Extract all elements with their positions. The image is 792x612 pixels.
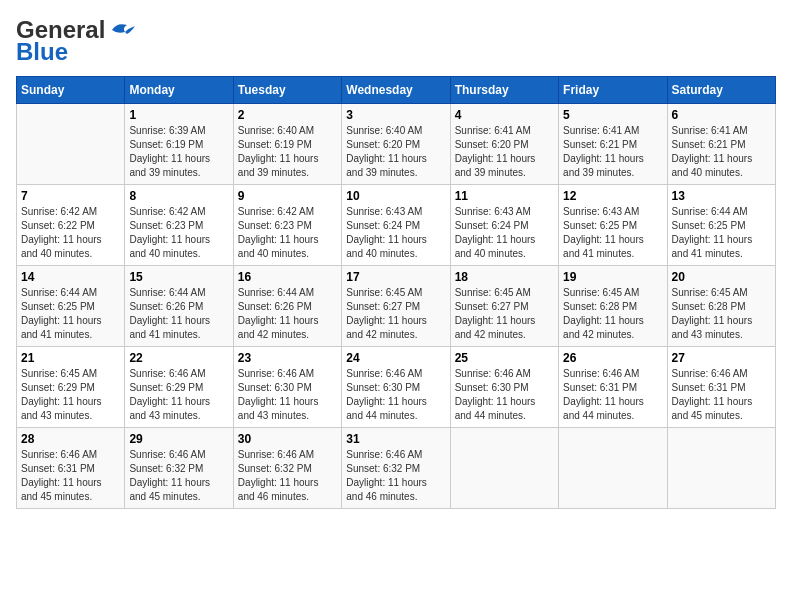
calendar-cell: 2Sunrise: 6:40 AM Sunset: 6:19 PM Daylig… — [233, 104, 341, 185]
col-sunday: Sunday — [17, 77, 125, 104]
calendar-cell: 27Sunrise: 6:46 AM Sunset: 6:31 PM Dayli… — [667, 347, 775, 428]
calendar-cell: 24Sunrise: 6:46 AM Sunset: 6:30 PM Dayli… — [342, 347, 450, 428]
day-info: Sunrise: 6:44 AM Sunset: 6:26 PM Dayligh… — [129, 286, 228, 342]
col-wednesday: Wednesday — [342, 77, 450, 104]
calendar-cell: 21Sunrise: 6:45 AM Sunset: 6:29 PM Dayli… — [17, 347, 125, 428]
calendar-cell — [450, 428, 558, 509]
day-info: Sunrise: 6:45 AM Sunset: 6:29 PM Dayligh… — [21, 367, 120, 423]
day-number: 27 — [672, 351, 771, 365]
calendar-week-1: 1Sunrise: 6:39 AM Sunset: 6:19 PM Daylig… — [17, 104, 776, 185]
day-number: 9 — [238, 189, 337, 203]
day-number: 13 — [672, 189, 771, 203]
calendar-table: Sunday Monday Tuesday Wednesday Thursday… — [16, 76, 776, 509]
logo-bird-icon — [107, 20, 137, 40]
col-saturday: Saturday — [667, 77, 775, 104]
day-number: 22 — [129, 351, 228, 365]
day-number: 10 — [346, 189, 445, 203]
day-info: Sunrise: 6:42 AM Sunset: 6:23 PM Dayligh… — [129, 205, 228, 261]
day-info: Sunrise: 6:46 AM Sunset: 6:30 PM Dayligh… — [455, 367, 554, 423]
col-monday: Monday — [125, 77, 233, 104]
day-number: 25 — [455, 351, 554, 365]
calendar-cell: 17Sunrise: 6:45 AM Sunset: 6:27 PM Dayli… — [342, 266, 450, 347]
day-info: Sunrise: 6:46 AM Sunset: 6:32 PM Dayligh… — [129, 448, 228, 504]
calendar-cell — [559, 428, 667, 509]
day-info: Sunrise: 6:43 AM Sunset: 6:24 PM Dayligh… — [346, 205, 445, 261]
day-number: 17 — [346, 270, 445, 284]
day-number: 11 — [455, 189, 554, 203]
day-number: 16 — [238, 270, 337, 284]
calendar-cell: 5Sunrise: 6:41 AM Sunset: 6:21 PM Daylig… — [559, 104, 667, 185]
day-info: Sunrise: 6:45 AM Sunset: 6:28 PM Dayligh… — [563, 286, 662, 342]
day-number: 2 — [238, 108, 337, 122]
calendar-body: 1Sunrise: 6:39 AM Sunset: 6:19 PM Daylig… — [17, 104, 776, 509]
calendar-cell: 26Sunrise: 6:46 AM Sunset: 6:31 PM Dayli… — [559, 347, 667, 428]
day-number: 31 — [346, 432, 445, 446]
day-info: Sunrise: 6:46 AM Sunset: 6:30 PM Dayligh… — [238, 367, 337, 423]
day-number: 23 — [238, 351, 337, 365]
day-number: 26 — [563, 351, 662, 365]
day-number: 5 — [563, 108, 662, 122]
col-friday: Friday — [559, 77, 667, 104]
calendar-cell: 23Sunrise: 6:46 AM Sunset: 6:30 PM Dayli… — [233, 347, 341, 428]
calendar-week-3: 14Sunrise: 6:44 AM Sunset: 6:25 PM Dayli… — [17, 266, 776, 347]
calendar-cell: 10Sunrise: 6:43 AM Sunset: 6:24 PM Dayli… — [342, 185, 450, 266]
calendar-cell: 19Sunrise: 6:45 AM Sunset: 6:28 PM Dayli… — [559, 266, 667, 347]
day-number: 29 — [129, 432, 228, 446]
calendar-week-4: 21Sunrise: 6:45 AM Sunset: 6:29 PM Dayli… — [17, 347, 776, 428]
day-info: Sunrise: 6:42 AM Sunset: 6:22 PM Dayligh… — [21, 205, 120, 261]
calendar-week-2: 7Sunrise: 6:42 AM Sunset: 6:22 PM Daylig… — [17, 185, 776, 266]
calendar-cell: 12Sunrise: 6:43 AM Sunset: 6:25 PM Dayli… — [559, 185, 667, 266]
day-info: Sunrise: 6:41 AM Sunset: 6:20 PM Dayligh… — [455, 124, 554, 180]
day-number: 20 — [672, 270, 771, 284]
day-info: Sunrise: 6:46 AM Sunset: 6:32 PM Dayligh… — [238, 448, 337, 504]
logo-blue: Blue — [16, 38, 68, 66]
calendar-cell: 30Sunrise: 6:46 AM Sunset: 6:32 PM Dayli… — [233, 428, 341, 509]
day-number: 21 — [21, 351, 120, 365]
day-info: Sunrise: 6:41 AM Sunset: 6:21 PM Dayligh… — [672, 124, 771, 180]
col-thursday: Thursday — [450, 77, 558, 104]
logo: General Blue — [16, 16, 137, 66]
day-info: Sunrise: 6:40 AM Sunset: 6:19 PM Dayligh… — [238, 124, 337, 180]
day-info: Sunrise: 6:43 AM Sunset: 6:24 PM Dayligh… — [455, 205, 554, 261]
page-header: General Blue — [16, 16, 776, 66]
day-info: Sunrise: 6:44 AM Sunset: 6:26 PM Dayligh… — [238, 286, 337, 342]
calendar-cell: 11Sunrise: 6:43 AM Sunset: 6:24 PM Dayli… — [450, 185, 558, 266]
calendar-cell: 25Sunrise: 6:46 AM Sunset: 6:30 PM Dayli… — [450, 347, 558, 428]
day-number: 7 — [21, 189, 120, 203]
calendar-cell: 16Sunrise: 6:44 AM Sunset: 6:26 PM Dayli… — [233, 266, 341, 347]
day-info: Sunrise: 6:41 AM Sunset: 6:21 PM Dayligh… — [563, 124, 662, 180]
calendar-cell: 22Sunrise: 6:46 AM Sunset: 6:29 PM Dayli… — [125, 347, 233, 428]
day-info: Sunrise: 6:46 AM Sunset: 6:31 PM Dayligh… — [21, 448, 120, 504]
day-number: 28 — [21, 432, 120, 446]
calendar-cell: 28Sunrise: 6:46 AM Sunset: 6:31 PM Dayli… — [17, 428, 125, 509]
day-info: Sunrise: 6:46 AM Sunset: 6:30 PM Dayligh… — [346, 367, 445, 423]
day-info: Sunrise: 6:46 AM Sunset: 6:31 PM Dayligh… — [672, 367, 771, 423]
calendar-cell: 31Sunrise: 6:46 AM Sunset: 6:32 PM Dayli… — [342, 428, 450, 509]
day-info: Sunrise: 6:40 AM Sunset: 6:20 PM Dayligh… — [346, 124, 445, 180]
day-number: 6 — [672, 108, 771, 122]
day-info: Sunrise: 6:43 AM Sunset: 6:25 PM Dayligh… — [563, 205, 662, 261]
day-number: 18 — [455, 270, 554, 284]
calendar-week-5: 28Sunrise: 6:46 AM Sunset: 6:31 PM Dayli… — [17, 428, 776, 509]
day-info: Sunrise: 6:45 AM Sunset: 6:27 PM Dayligh… — [455, 286, 554, 342]
day-number: 15 — [129, 270, 228, 284]
day-number: 14 — [21, 270, 120, 284]
day-number: 1 — [129, 108, 228, 122]
calendar-cell: 18Sunrise: 6:45 AM Sunset: 6:27 PM Dayli… — [450, 266, 558, 347]
calendar-cell — [17, 104, 125, 185]
day-info: Sunrise: 6:42 AM Sunset: 6:23 PM Dayligh… — [238, 205, 337, 261]
day-info: Sunrise: 6:46 AM Sunset: 6:31 PM Dayligh… — [563, 367, 662, 423]
day-number: 24 — [346, 351, 445, 365]
calendar-cell: 8Sunrise: 6:42 AM Sunset: 6:23 PM Daylig… — [125, 185, 233, 266]
calendar-cell: 29Sunrise: 6:46 AM Sunset: 6:32 PM Dayli… — [125, 428, 233, 509]
day-info: Sunrise: 6:44 AM Sunset: 6:25 PM Dayligh… — [21, 286, 120, 342]
day-number: 8 — [129, 189, 228, 203]
day-info: Sunrise: 6:45 AM Sunset: 6:28 PM Dayligh… — [672, 286, 771, 342]
day-number: 30 — [238, 432, 337, 446]
calendar-cell: 6Sunrise: 6:41 AM Sunset: 6:21 PM Daylig… — [667, 104, 775, 185]
col-tuesday: Tuesday — [233, 77, 341, 104]
day-number: 3 — [346, 108, 445, 122]
day-info: Sunrise: 6:45 AM Sunset: 6:27 PM Dayligh… — [346, 286, 445, 342]
calendar-cell: 1Sunrise: 6:39 AM Sunset: 6:19 PM Daylig… — [125, 104, 233, 185]
day-number: 12 — [563, 189, 662, 203]
